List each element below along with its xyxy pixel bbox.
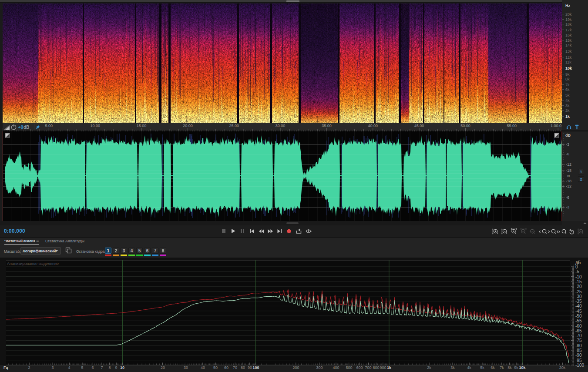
svg-text:-20: -20: [575, 284, 582, 289]
svg-text:-85: -85: [575, 348, 582, 353]
svg-text:100: 100: [252, 365, 259, 370]
svg-text:800: 800: [373, 365, 379, 370]
svg-text:3k: 3k: [450, 365, 455, 370]
svg-text:-45: -45: [575, 309, 582, 314]
svg-text:10k: 10k: [519, 365, 526, 370]
svg-text:300: 300: [316, 365, 323, 370]
svg-text:500: 500: [346, 365, 352, 370]
svg-text:7: 7: [101, 365, 103, 370]
svg-text:-95: -95: [575, 358, 582, 363]
svg-text:20: 20: [161, 365, 165, 370]
svg-text:90: 90: [248, 365, 252, 370]
svg-text:-25: -25: [575, 289, 582, 294]
svg-text:30: 30: [184, 365, 188, 370]
svg-text:60: 60: [224, 365, 228, 370]
svg-text:Гц: Гц: [3, 365, 8, 370]
svg-text:-35: -35: [575, 299, 582, 304]
svg-text:-40: -40: [575, 304, 582, 308]
svg-text:-60: -60: [575, 324, 582, 328]
svg-text:2k: 2k: [427, 365, 431, 370]
svg-text:-100: -100: [575, 363, 584, 368]
svg-text:-90: -90: [575, 353, 582, 358]
svg-text:4k: 4k: [467, 365, 471, 370]
svg-text:400: 400: [333, 365, 339, 370]
svg-text:-55: -55: [575, 318, 582, 323]
svg-text:-70: -70: [575, 333, 582, 338]
svg-text:600: 600: [356, 365, 363, 370]
svg-text:10: 10: [120, 365, 124, 370]
svg-text:7k: 7k: [500, 365, 504, 370]
svg-text:5k: 5k: [480, 365, 484, 370]
svg-text:9k: 9k: [514, 365, 518, 370]
svg-text:-75: -75: [575, 338, 582, 343]
svg-text:-15: -15: [575, 279, 582, 284]
svg-text:-30: -30: [575, 294, 582, 299]
svg-text:4: 4: [68, 365, 70, 370]
svg-text:-50: -50: [575, 314, 582, 318]
svg-text:-5: -5: [575, 269, 579, 274]
svg-text:0: 0: [575, 265, 578, 269]
svg-text:900: 900: [380, 365, 386, 370]
svg-text:-65: -65: [575, 328, 582, 333]
svg-text:Анализированое выделение: Анализированое выделение: [7, 261, 59, 266]
svg-text:-80: -80: [575, 343, 582, 348]
svg-text:700: 700: [365, 365, 371, 370]
svg-text:2: 2: [28, 365, 30, 370]
svg-text:1k: 1k: [387, 365, 392, 370]
svg-text:8: 8: [108, 365, 111, 370]
svg-text:6k: 6k: [491, 365, 495, 370]
svg-text:40: 40: [201, 365, 205, 370]
svg-text:70: 70: [233, 365, 237, 370]
svg-text:6: 6: [91, 365, 94, 370]
svg-text:50: 50: [213, 365, 218, 370]
svg-text:9: 9: [115, 365, 117, 370]
svg-text:-10: -10: [575, 275, 582, 279]
svg-text:8k: 8k: [507, 365, 512, 370]
svg-text:200: 200: [292, 365, 299, 370]
svg-text:20k: 20k: [559, 365, 566, 370]
svg-text:3: 3: [51, 365, 54, 370]
svg-text:5: 5: [81, 365, 83, 370]
svg-text:80: 80: [241, 365, 245, 370]
